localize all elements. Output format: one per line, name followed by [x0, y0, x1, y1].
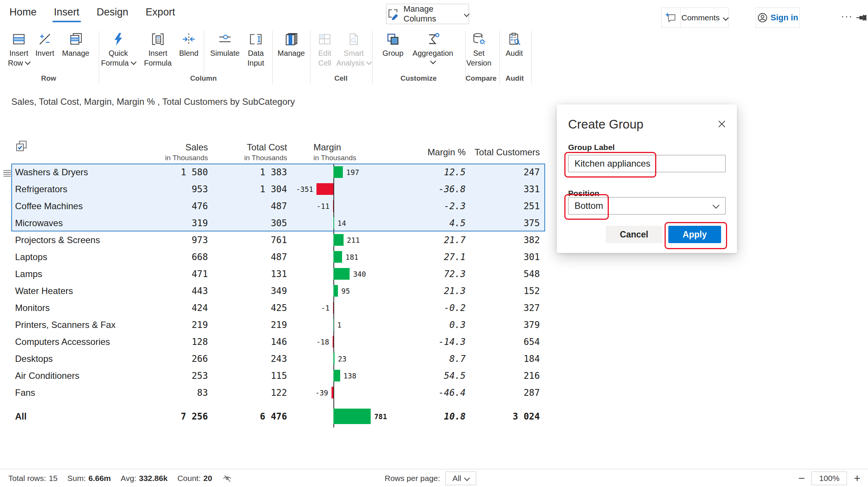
button-label [431, 58, 435, 68]
cost-value: 425 [211, 303, 290, 313]
cost-value: 6 476 [211, 411, 290, 422]
margin-value: 23 [338, 355, 347, 363]
margin-bar-cell: -18 [290, 333, 403, 350]
top-menu-bar: Home Insert Design Export Manage Columns [0, 0, 868, 28]
margin-value: 95 [341, 287, 350, 295]
zoom-in-button[interactable]: + [854, 473, 860, 484]
set-version-icon [471, 30, 486, 48]
manage-rows-button[interactable]: Manage [60, 30, 92, 58]
eye-off-icon [222, 473, 232, 484]
margin-bar-cell: 23 [290, 350, 403, 367]
apply-button[interactable]: Apply [668, 226, 721, 243]
margin-pct-value: -2.3 [403, 201, 471, 211]
table-row[interactable]: Fans 83 122 -39 -46.4 287 [11, 384, 545, 401]
table-row[interactable]: Printers, Scanners & Fax 219 219 1 0.3 3… [11, 316, 545, 333]
blend-button[interactable]: Blend [173, 30, 205, 58]
margin-bar [316, 183, 333, 195]
margin-value: -1 [321, 304, 330, 312]
dialog-title: Create Group [568, 117, 643, 132]
margin-bar [333, 217, 334, 229]
set-version-button[interactable]: Set Version [462, 30, 496, 68]
margin-value: 197 [346, 168, 359, 176]
group-label-input[interactable]: Kitchen appliances [568, 155, 726, 172]
tab-export[interactable]: Export [145, 6, 176, 19]
row-drag-handle[interactable] [2, 169, 12, 178]
manage-columns-ribbon-button[interactable]: Manage [275, 30, 307, 58]
table-row[interactable]: Water Heaters 443 349 95 21.3 152 [11, 282, 545, 299]
zoom-level[interactable]: 100% [811, 472, 847, 485]
tab-insert[interactable]: Insert [53, 6, 80, 19]
visual-title: Sales, Total Cost, Margin, Margin % , To… [11, 96, 295, 107]
customers-value: 382 [471, 235, 545, 245]
table-row[interactable]: Projectors & Screens 973 761 211 21.7 38… [11, 231, 545, 248]
margin-bar-cell: -351 [290, 181, 403, 198]
margin-bar [333, 166, 343, 178]
margin-value: 1 [337, 321, 341, 329]
sales-value: 319 [136, 218, 211, 228]
simulate-button[interactable]: Simulate [207, 30, 243, 58]
row-label: Microwaves [11, 218, 136, 228]
table-row[interactable]: Lamps 471 131 340 72.3 548 [11, 265, 545, 282]
pin-button[interactable] [856, 13, 867, 23]
zoom-out-button[interactable]: − [798, 473, 805, 484]
header-total-cost[interactable]: Total Cost in Thousands [211, 142, 290, 164]
aggregation-button[interactable]: Aggregation [408, 30, 457, 68]
rows-per-page-label: Rows per page: [385, 474, 440, 483]
margin-bar [333, 268, 350, 280]
add-comment-icon [665, 12, 677, 24]
hide-stats-button[interactable] [222, 473, 232, 484]
button-label: Invert [35, 48, 54, 58]
cost-value: 131 [211, 269, 290, 279]
app-window: Home Insert Design Export Manage Columns [0, 0, 868, 487]
comments-split-button: Comments [661, 8, 729, 28]
position-dropdown[interactable]: Bottom [568, 197, 726, 214]
sign-in-button[interactable]: Sign in [755, 8, 800, 28]
table-row[interactable]: Microwaves 319 305 14 4.5 375 [11, 214, 545, 231]
cancel-button[interactable]: Cancel [606, 226, 662, 243]
header-margin-pct[interactable]: Margin % [403, 147, 471, 164]
table-row[interactable]: All 7 256 6 476 781 10.8 3 024 [11, 408, 545, 425]
table-row[interactable]: Refrigerators 953 1 304 -351 -36.8 331 [11, 181, 545, 198]
cost-value: 305 [211, 218, 290, 228]
invert-button[interactable]: Invert [29, 30, 61, 58]
table-row[interactable]: Computers Accessories 128 146 -18 -14.3 … [11, 333, 545, 350]
margin-bar [333, 353, 335, 364]
sales-value: 471 [136, 269, 211, 279]
table-row[interactable]: Desktops 266 243 23 8.7 184 [11, 350, 545, 367]
add-comment-button[interactable] [662, 8, 681, 28]
manage-columns-button[interactable]: Manage Columns [386, 4, 469, 24]
rows-per-page-control: Rows per page: All [385, 469, 476, 487]
group-button[interactable]: Group [377, 30, 409, 58]
table-row[interactable]: Monitors 424 425 -1 -0.2 327 [11, 299, 545, 316]
table-row[interactable]: Washers & Dryers 1 580 1 383 197 12.5 24… [11, 164, 545, 181]
rows-per-page-dropdown[interactable]: All [445, 472, 476, 485]
sales-value: 443 [136, 286, 211, 296]
table-body: Washers & Dryers 1 580 1 383 197 12.5 24… [11, 164, 545, 425]
audit-button[interactable]: Audit [498, 30, 530, 58]
tab-home[interactable]: Home [9, 6, 37, 19]
header-margin[interactable]: Margin in Thousands [290, 142, 403, 164]
dialog-close-button[interactable] [717, 119, 727, 129]
comments-button[interactable]: Comments [681, 8, 729, 28]
tab-design[interactable]: Design [96, 6, 129, 19]
row-label: Refrigerators [11, 184, 136, 194]
margin-bar-cell: -39 [290, 384, 403, 401]
table-row[interactable]: Coffee Machines 476 487 -11 -2.3 251 [11, 198, 545, 214]
margin-pct-value: 0.3 [403, 320, 471, 330]
data-input-button[interactable]: Data Input [240, 30, 272, 68]
margin-bar-cell: -1 [290, 299, 403, 316]
sales-value: 953 [136, 184, 211, 194]
table-row[interactable]: Laptops 668 487 181 27.1 301 [11, 248, 545, 265]
more-button[interactable]: ··· [841, 11, 853, 22]
smart-analysis-button: Smart Analysis [333, 30, 374, 68]
table-row[interactable]: Air Conditioners 253 115 138 54.5 216 [11, 367, 545, 384]
margin-bar [333, 409, 371, 424]
button-label: Aggregation [413, 48, 453, 58]
margin-value: 14 [338, 219, 346, 227]
header-total-customers[interactable]: Total Customers [471, 147, 545, 164]
header-sales[interactable]: Sales in Thousands [136, 142, 211, 164]
quick-formula-button[interactable]: Quick Formula [100, 30, 136, 68]
margin-bar [333, 302, 333, 314]
insert-formula-button[interactable]: Insert Formula [141, 30, 175, 68]
cost-value: 115 [211, 371, 290, 381]
